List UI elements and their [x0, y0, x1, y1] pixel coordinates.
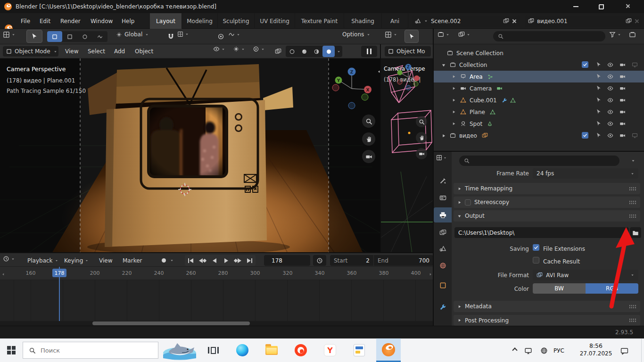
- timeline-tracks[interactable]: [0, 280, 434, 321]
- active-tool-button-2[interactable]: [405, 30, 419, 43]
- outliner-search-input[interactable]: [506, 33, 591, 40]
- taskbar-yandex-button[interactable]: Y: [319, 338, 341, 362]
- disclosure-closed-icon[interactable]: [452, 122, 456, 126]
- taskbar-explorer-button[interactable]: [260, 338, 283, 362]
- shading-solid[interactable]: [298, 46, 310, 57]
- hide-eye-icon[interactable]: [607, 85, 613, 91]
- file-extensions-checkbox[interactable]: [533, 244, 539, 251]
- panel-time-remapping[interactable]: Time Remapping: [454, 183, 640, 194]
- camera-view-button-2[interactable]: [416, 148, 427, 159]
- disclosure-open-icon[interactable]: [441, 63, 446, 67]
- menu-render[interactable]: Render: [58, 16, 83, 26]
- editor-type-button[interactable]: [3, 31, 16, 38]
- current-frame-field[interactable]: 178: [264, 255, 310, 266]
- editor-divider[interactable]: [433, 29, 434, 326]
- properties-filter-chevron[interactable]: [631, 158, 636, 163]
- unlink-scene-icon[interactable]: [512, 19, 517, 24]
- viewport-menu-select[interactable]: Select: [85, 46, 108, 57]
- outliner-row-scene-collection[interactable]: Scene Collection: [434, 47, 644, 59]
- outliner-search[interactable]: [493, 31, 605, 41]
- viewport-3d[interactable]: Camera Perspective (178) видео | Plane.0…: [0, 58, 381, 253]
- viewport-3d-secondary[interactable]: Camera Perspe (178) видео | Z: [381, 58, 434, 253]
- viewport-menu-object[interactable]: Object: [132, 46, 156, 57]
- shading-options[interactable]: [335, 46, 342, 57]
- zoom-button-2[interactable]: [416, 116, 427, 127]
- pan-button-2[interactable]: [416, 132, 427, 143]
- navigation-gizmo-secondary[interactable]: Z: [394, 62, 422, 92]
- viewport-disable-icon[interactable]: [632, 132, 638, 139]
- drag-grip-icon[interactable]: [629, 304, 636, 309]
- shading-rendered[interactable]: [322, 46, 335, 57]
- selectable-icon[interactable]: [596, 62, 602, 67]
- tray-clock[interactable]: 8:56 27.07.2025: [574, 342, 618, 357]
- options-dropdown[interactable]: Options: [342, 31, 371, 38]
- navigation-gizmo[interactable]: Z Y X: [330, 65, 373, 110]
- viewport-disable-icon[interactable]: [632, 62, 638, 68]
- output-path-field[interactable]: C:\Users\1\Desktop\: [454, 227, 629, 238]
- selectable-icon[interactable]: [596, 97, 602, 103]
- collection-checkbox[interactable]: [582, 61, 588, 68]
- shading-wireframe[interactable]: [286, 46, 298, 57]
- xray-toggle[interactable]: [272, 46, 284, 57]
- select-mode-tweak[interactable]: [47, 31, 62, 42]
- workspace-tab-sculpting[interactable]: Sculpting: [218, 13, 255, 29]
- browse-output-path-button[interactable]: [630, 227, 641, 238]
- disclosure-closed-icon[interactable]: [452, 74, 456, 79]
- falloff-dropdown[interactable]: [228, 31, 240, 38]
- area-resize-arrows[interactable]: [377, 69, 381, 74]
- new-view-layer-icon[interactable]: [626, 18, 632, 24]
- new-scene-icon[interactable]: [503, 18, 509, 24]
- tab-modifiers[interactable]: [434, 300, 452, 314]
- hide-eye-icon[interactable]: [607, 121, 613, 127]
- file-format-dropdown[interactable]: AVI Raw: [533, 270, 638, 280]
- shading-material[interactable]: [310, 46, 322, 57]
- zoom-button[interactable]: [362, 115, 375, 128]
- new-collection-button[interactable]: [629, 31, 636, 38]
- panel-stereoscopy[interactable]: Stereoscopy: [454, 197, 640, 208]
- selectable-icon[interactable]: [596, 85, 602, 91]
- outliner-row-collection[interactable]: Collection: [434, 59, 644, 71]
- properties-editor-button[interactable]: [436, 155, 447, 161]
- scene-selector[interactable]: Scene.002: [412, 16, 520, 27]
- selectable-icon[interactable]: [596, 109, 602, 115]
- use-preview-range-button[interactable]: [313, 255, 326, 266]
- workspace-tab-texture-paint[interactable]: Texture Paint: [295, 13, 344, 29]
- workspace-tab-animation[interactable]: Ani: [382, 13, 408, 29]
- panel-metadata[interactable]: Metadata: [454, 301, 640, 312]
- task-view-button[interactable]: [202, 338, 224, 362]
- timeline-editor-button[interactable]: [3, 255, 15, 262]
- render-camera-icon[interactable]: [619, 97, 626, 103]
- start-button[interactable]: [0, 338, 23, 362]
- next-keyframe-button[interactable]: [232, 255, 244, 266]
- hide-eye-icon[interactable]: [607, 109, 613, 115]
- drag-grip-icon[interactable]: [629, 200, 636, 205]
- scroll-right-arrow[interactable]: [428, 272, 433, 277]
- taskbar-blender-button[interactable]: [376, 338, 401, 362]
- selectable-icon[interactable]: [596, 121, 602, 126]
- render-camera-icon[interactable]: [619, 74, 626, 80]
- orientation-dropdown[interactable]: Global: [116, 31, 149, 38]
- camera-view-button[interactable]: [362, 150, 375, 163]
- outliner-row-video[interactable]: видео: [434, 130, 644, 141]
- proportional-editing-toggle[interactable]: [215, 31, 226, 42]
- scroll-left-arrow[interactable]: [1, 272, 6, 277]
- stereoscopy-checkbox[interactable]: [465, 199, 471, 206]
- jump-to-end-button[interactable]: [244, 255, 256, 266]
- menu-window[interactable]: Window: [88, 16, 116, 26]
- hide-eye-icon[interactable]: [607, 74, 613, 80]
- workspace-tab-uv-editing[interactable]: UV Editing: [255, 13, 295, 29]
- disclosure-closed-icon[interactable]: [441, 133, 446, 138]
- mode-dropdown-2[interactable]: Object Mo: [385, 46, 431, 57]
- taskbar-yandex-promo-button[interactable]: [159, 339, 200, 362]
- selectable-icon[interactable]: [596, 74, 602, 79]
- outliner-row-cube[interactable]: Cube.001: [434, 94, 644, 106]
- selectable-icon[interactable]: [596, 132, 602, 138]
- timeline-menu-view[interactable]: View: [96, 255, 115, 266]
- panel-post-processing[interactable]: Post Processing: [454, 315, 640, 326]
- tab-tool[interactable]: [434, 173, 452, 188]
- outliner-row-area[interactable]: Area: [434, 71, 644, 82]
- select-mode-box[interactable]: [62, 31, 77, 42]
- color-rgb-button[interactable]: RGB: [586, 283, 638, 294]
- disclosure-closed-icon[interactable]: [452, 86, 456, 90]
- timeline-menu-keying[interactable]: Keying: [61, 255, 91, 266]
